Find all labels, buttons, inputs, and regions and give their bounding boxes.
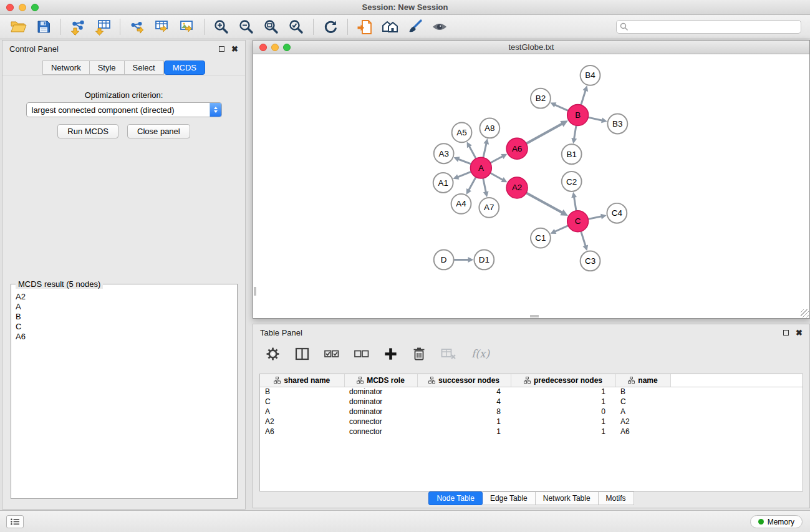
tab-select[interactable]: Select — [125, 60, 164, 75]
graph-edge-B-B1[interactable] — [574, 126, 576, 138]
show-hide-graphics-button[interactable] — [427, 17, 452, 37]
show-columns-button[interactable] — [295, 347, 309, 360]
graph-edge-A-A1[interactable] — [458, 172, 471, 177]
tab-edge-table[interactable]: Edge Table — [483, 491, 536, 505]
table-cell[interactable]: B — [615, 387, 670, 397]
search-input[interactable] — [616, 20, 801, 34]
close-table-panel-icon[interactable]: ✖ — [796, 330, 803, 336]
table-cell[interactable]: 4 — [417, 397, 511, 407]
graph-node-B[interactable]: B — [567, 105, 589, 126]
graph-edge-A-A5[interactable] — [470, 147, 476, 158]
table-cell[interactable]: C — [615, 397, 670, 407]
table-cell[interactable]: C — [260, 397, 344, 407]
function-builder-button[interactable]: f(x) — [471, 347, 489, 360]
table-cell[interactable]: dominator — [344, 387, 417, 397]
criterion-dropdown[interactable]: largest connected component (directed) — [26, 102, 222, 117]
graph-node-C2[interactable]: C2 — [562, 172, 582, 191]
table-cell[interactable]: dominator — [344, 397, 417, 407]
delete-columns-button[interactable] — [412, 347, 426, 361]
mcds-result-item[interactable]: C — [16, 322, 233, 332]
zoom-out-button[interactable] — [234, 17, 259, 37]
table-cell[interactable]: 0 — [511, 407, 615, 417]
mcds-result-item[interactable]: A — [16, 302, 233, 312]
table-cell[interactable]: connector — [344, 417, 417, 427]
column-header-successor-nodes[interactable]: successor nodes — [417, 374, 511, 387]
column-header-name[interactable]: name — [615, 374, 670, 387]
import-table-button[interactable] — [90, 17, 115, 37]
mcds-result-item[interactable]: A2 — [16, 292, 233, 302]
zoom-window-button[interactable] — [31, 4, 39, 11]
graph-node-A1[interactable]: A1 — [433, 173, 453, 193]
table-cell[interactable]: 1 — [511, 417, 615, 427]
graph-node-B2[interactable]: B2 — [531, 89, 551, 109]
close-window-button[interactable] — [6, 4, 14, 11]
zoom-selected-button[interactable] — [284, 17, 309, 37]
close-panel-icon[interactable]: ✖ — [231, 46, 238, 52]
graph-node-A3[interactable]: A3 — [434, 143, 454, 163]
float-table-panel-icon[interactable] — [783, 330, 789, 336]
table-row[interactable]: Bdominator41B — [260, 387, 803, 397]
graph-node-B3[interactable]: B3 — [607, 114, 627, 134]
graph-edge-A2-C[interactable] — [527, 193, 562, 213]
graph-edge-A-A2[interactable] — [491, 173, 503, 180]
table-row[interactable]: A2connector11A2 — [260, 417, 803, 427]
table-cell[interactable]: 1 — [511, 397, 615, 407]
show-all-button[interactable] — [377, 17, 402, 37]
graph-edge-C-C1[interactable] — [556, 226, 568, 231]
graph-node-B1[interactable]: B1 — [562, 144, 582, 164]
graph-edge-A-A7[interactable] — [483, 179, 486, 192]
table-cell[interactable]: connector — [344, 427, 417, 437]
graph-edge-C-C3[interactable] — [581, 232, 586, 246]
minimize-window-button[interactable] — [19, 4, 26, 11]
graph-edge-B-B2[interactable] — [556, 105, 568, 110]
tab-network[interactable]: Network — [42, 60, 90, 75]
zoom-in-button[interactable] — [209, 17, 234, 37]
column-header-shared-name[interactable]: shared name — [260, 374, 344, 387]
graph-edge-A-A8[interactable] — [483, 144, 486, 157]
table-row[interactable]: Cdominator41C — [260, 397, 803, 407]
task-history-button[interactable] — [6, 515, 24, 528]
table-cell[interactable]: A6 — [260, 427, 344, 437]
table-cell[interactable]: A2 — [615, 417, 670, 427]
save-session-button[interactable] — [31, 17, 56, 37]
graph-edge-C-C4[interactable] — [589, 216, 601, 219]
graph-node-A5[interactable]: A5 — [452, 122, 472, 142]
column-header-MCDS-role[interactable]: MCDS role — [344, 374, 417, 387]
horizontal-scroll-nub[interactable] — [530, 315, 539, 317]
network-canvas[interactable]: B4B2BB3A5A8A6B1A3AC2A1A2A4A7C4CC1C3DD1 — [253, 55, 809, 318]
table-cell[interactable]: 1 — [417, 427, 511, 437]
vertical-scroll-nub[interactable] — [254, 287, 256, 296]
table-cell[interactable]: 1 — [511, 427, 615, 437]
minimize-network-window-button[interactable] — [271, 44, 279, 51]
graph-edge-B-B3[interactable] — [589, 117, 602, 120]
run-mcds-button[interactable]: Run MCDS — [57, 124, 118, 138]
table-cell[interactable]: B — [260, 387, 344, 397]
tab-node-table[interactable]: Node Table — [428, 491, 483, 505]
table-cell[interactable]: 4 — [417, 387, 511, 397]
table-cell[interactable]: 1 — [511, 387, 615, 397]
export-table-button[interactable] — [150, 17, 175, 37]
tab-mcds[interactable]: MCDS — [164, 60, 205, 75]
table-cell[interactable]: A — [260, 407, 344, 417]
mcds-result-item[interactable]: A6 — [16, 332, 233, 342]
table-cell[interactable]: 1 — [417, 417, 511, 427]
graph-node-A7[interactable]: A7 — [479, 198, 499, 218]
paint-style-button[interactable] — [402, 17, 427, 37]
graph-edge-A-A3[interactable] — [459, 160, 471, 164]
open-session-document-button[interactable] — [352, 17, 377, 37]
table-settings-button[interactable] — [266, 347, 280, 361]
apply-layout-button[interactable] — [318, 17, 343, 37]
graph-node-A4[interactable]: A4 — [451, 194, 471, 214]
mcds-result-item[interactable]: B — [16, 312, 233, 322]
zoom-fit-button[interactable] — [259, 17, 284, 37]
graph-edge-C-C2[interactable] — [574, 198, 576, 210]
tab-style[interactable]: Style — [90, 60, 125, 75]
table-cell[interactable]: A — [615, 407, 670, 417]
graph-node-A2[interactable]: A2 — [506, 177, 528, 198]
unselect-all-columns-button[interactable] — [354, 348, 369, 359]
column-header-predecessor-nodes[interactable]: predecessor nodes — [511, 374, 615, 387]
delete-table-button[interactable] — [441, 348, 456, 360]
import-network-button[interactable] — [65, 17, 90, 37]
graph-edge-B-B4[interactable] — [581, 91, 586, 105]
graph-node-C3[interactable]: C3 — [581, 251, 600, 271]
